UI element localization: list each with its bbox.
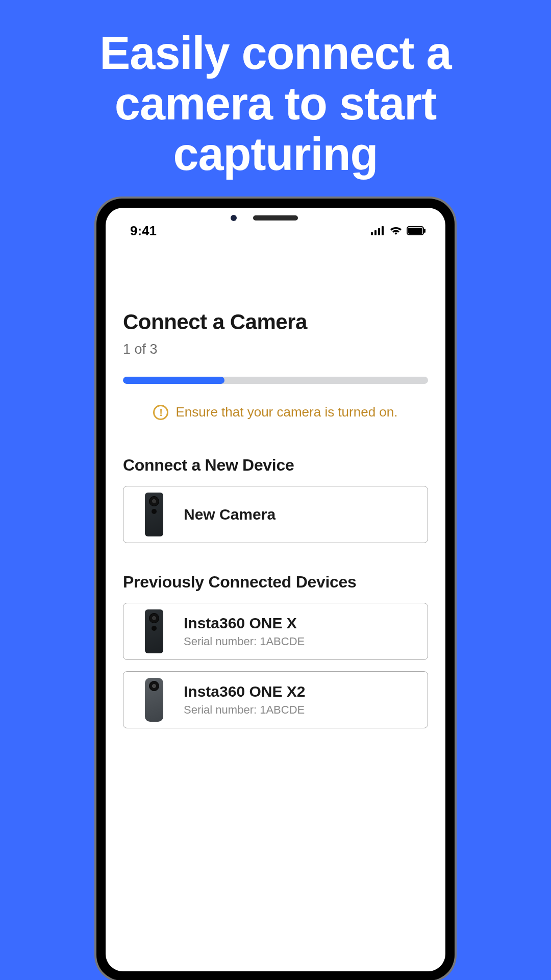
device-name: Insta360 ONE X <box>184 615 305 632</box>
battery-icon <box>407 226 426 235</box>
page-title: Connect a Camera <box>123 310 428 334</box>
new-camera-card[interactable]: New Camera <box>123 486 428 543</box>
svg-rect-2 <box>378 228 380 235</box>
svg-rect-0 <box>371 232 373 235</box>
svg-rect-6 <box>424 229 425 233</box>
prev-device-card[interactable]: Insta360 ONE X Serial number: 1ABCDE <box>123 603 428 660</box>
prev-device-card[interactable]: Insta360 ONE X2 Serial number: 1ABCDE <box>123 671 428 728</box>
progress-bar <box>123 377 428 384</box>
camera-icon <box>145 493 163 536</box>
device-serial: Serial number: 1ABCDE <box>184 703 305 717</box>
status-time: 9:41 <box>130 223 157 239</box>
section-title-new: Connect a New Device <box>123 456 428 475</box>
svg-rect-1 <box>374 230 377 235</box>
phone-screen: 9:41 <box>106 208 445 971</box>
alert-icon <box>153 405 168 420</box>
step-indicator: 1 of 3 <box>123 341 428 357</box>
svg-rect-3 <box>382 226 384 235</box>
device-serial: Serial number: 1ABCDE <box>184 635 305 648</box>
camera-icon <box>145 609 163 653</box>
phone-mockup: 9:41 <box>94 197 457 980</box>
status-bar: 9:41 <box>106 208 445 238</box>
wifi-icon <box>389 226 403 235</box>
phone-frame: 9:41 <box>96 199 455 980</box>
new-camera-label: New Camera <box>184 506 276 523</box>
progress-fill <box>123 377 224 384</box>
alert-banner: Ensure that your camera is turned on. <box>123 404 428 420</box>
device-name: Insta360 ONE X2 <box>184 683 305 700</box>
promo-headline: Easily connect a camera to start capturi… <box>0 0 551 180</box>
camera-icon <box>145 678 163 722</box>
section-title-previous: Previously Connected Devices <box>123 573 428 592</box>
cellular-icon <box>371 226 385 235</box>
svg-rect-5 <box>408 228 422 234</box>
alert-text: Ensure that your camera is turned on. <box>176 404 397 420</box>
